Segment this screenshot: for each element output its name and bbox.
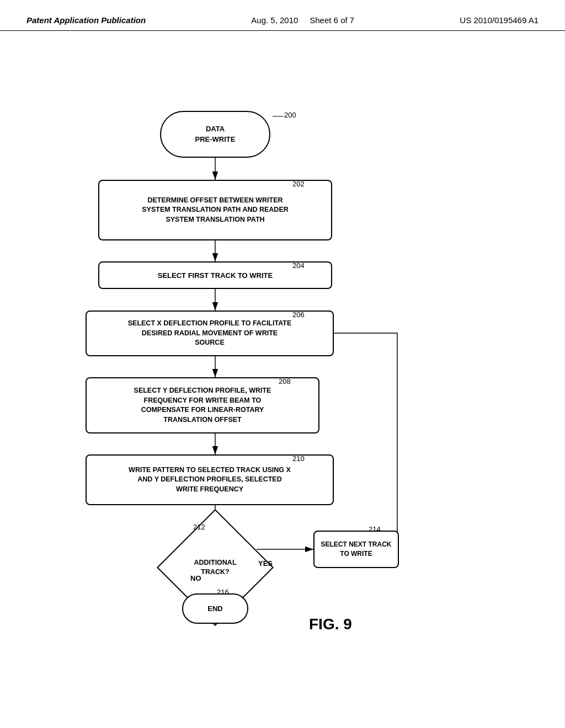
- header-publication-label: Patent Application Publication: [26, 15, 146, 25]
- ref-208: 208: [279, 377, 291, 386]
- ref-210: 210: [292, 454, 305, 463]
- header-sheet: Sheet 6 of 7: [310, 15, 354, 25]
- ref-206: 206: [292, 311, 305, 319]
- node-200: DATA PRE-WRITE: [160, 111, 270, 158]
- node-212-label: ADDITIONAL TRACK?: [154, 536, 276, 599]
- node-202: DETERMINE OFFSET BETWEEN WRITER SYSTEM T…: [98, 180, 332, 240]
- header-date-sheet: Aug. 5, 2010 Sheet 6 of 7: [251, 15, 354, 25]
- yes-label: YES: [258, 559, 273, 568]
- header-date: Aug. 5, 2010: [251, 15, 298, 25]
- ref-212: 212: [193, 523, 205, 531]
- ref-202: 202: [292, 180, 305, 188]
- ref-216: 216: [217, 588, 229, 596]
- no-label: NO: [190, 574, 201, 582]
- header-patent-number: US 2010/0195469 A1: [460, 15, 539, 25]
- node-216: END: [182, 593, 248, 624]
- flowchart-svg: [0, 31, 565, 704]
- node-208: SELECT Y DEFLECTION PROFILE, WRITE FREQU…: [86, 377, 319, 433]
- node-214: SELECT NEXT TRACK TO WRITE: [313, 531, 399, 568]
- ref-204: 204: [292, 261, 305, 270]
- ref-214: 214: [369, 525, 381, 533]
- figure-label: FIG. 9: [309, 615, 352, 633]
- page-header: Patent Application Publication Aug. 5, 2…: [0, 0, 565, 31]
